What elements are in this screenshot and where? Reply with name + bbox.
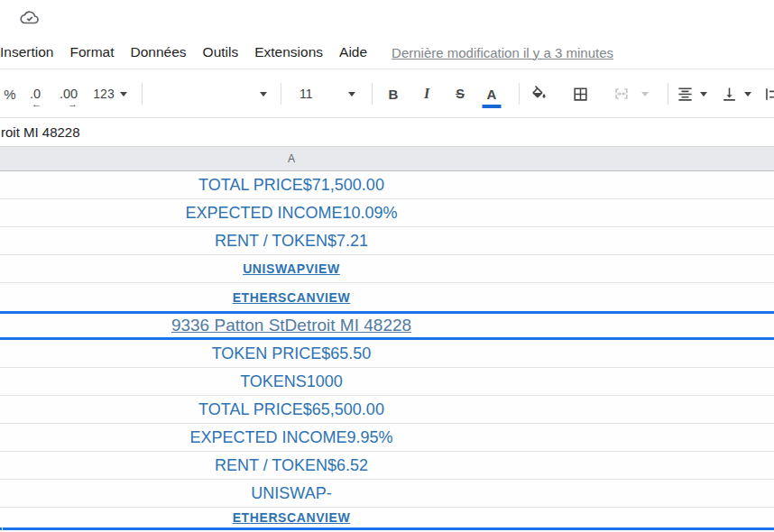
percent-icon: % <box>4 87 15 102</box>
menu-extensions[interactable]: Extensions <box>246 41 331 64</box>
cell-text: TOTAL PRICE$71,500.00 <box>198 176 384 195</box>
cell-text: RENT / TOKEN$6.52 <box>215 456 368 475</box>
table-row[interactable]: TOKEN PRICE$65.50 <box>0 340 774 368</box>
cell-text: TOTAL PRICE$65,500.00 <box>198 400 384 419</box>
selected-cell-text[interactable]: 9336 Patton StDetroit MI 48228 <box>171 316 411 335</box>
increase-decimal-button[interactable]: .00 → <box>52 70 85 117</box>
more-formats-123-icon: 123 <box>93 87 114 101</box>
toolbar-separator <box>519 83 520 105</box>
menu-insertion[interactable]: Insertion <box>0 41 61 64</box>
selected-cell-row[interactable]: 9336 Patton StDetroit MI 48228 <box>0 311 774 340</box>
table-row[interactable]: TOTAL PRICE$71,500.00 <box>0 171 774 199</box>
text-color-button[interactable]: A <box>478 70 505 117</box>
cell-text: TOKEN PRICE$65.50 <box>212 344 372 363</box>
cell-text: EXPECTED INCOME9.95% <box>189 428 392 447</box>
menu-donnees[interactable]: Données <box>123 41 195 64</box>
decrease-decimal-icon: .0 ← <box>30 87 41 101</box>
increase-decimal-icon: .00 → <box>60 87 78 101</box>
document-topbar <box>0 0 774 36</box>
cell-text: EXPECTED INCOME10.09% <box>185 204 397 223</box>
bold-button[interactable]: B <box>381 70 406 117</box>
cell-link-text[interactable]: ETHERSCANVIEW <box>233 290 351 305</box>
bold-icon: B <box>389 87 399 102</box>
formula-bar-value[interactable]: roit MI 48228 <box>0 124 80 140</box>
spreadsheet-grid: TOTAL PRICE$71,500.00 EXPECTED INCOME10.… <box>0 171 774 532</box>
table-row[interactable]: TOKENS1000 <box>0 368 774 396</box>
table-row[interactable]: EXPECTED INCOME9.95% <box>0 424 774 452</box>
vertical-align-button[interactable] <box>717 70 741 117</box>
cell-link-text[interactable]: ETHERSCANVIEW <box>233 510 351 525</box>
vertical-align-bottom-icon <box>721 86 738 103</box>
menu-format[interactable]: Format <box>61 41 122 64</box>
font-size-value: 11 <box>294 87 313 101</box>
cell-text: RENT / TOKEN$7.21 <box>215 232 368 251</box>
strikethrough-button[interactable]: S <box>447 70 473 117</box>
borders-grid-icon <box>572 86 589 103</box>
horizontal-align-button[interactable] <box>673 70 696 117</box>
strikethrough-icon: S <box>456 87 465 101</box>
text-color-indicator <box>483 105 502 108</box>
menu-aide[interactable]: Aide <box>331 41 375 64</box>
table-row[interactable]: EXPECTED INCOME10.09% <box>0 199 774 227</box>
chevron-down-icon <box>120 92 127 96</box>
cell-link-text[interactable]: UNISWAPVIEW <box>243 261 340 276</box>
toolbar-separator <box>281 83 281 105</box>
toolbar-separator <box>668 83 668 105</box>
toolbar-separator <box>142 83 143 105</box>
borders-button[interactable] <box>567 70 593 117</box>
toolbar: % .0 ← .00 → 123 11 B I S A <box>0 70 774 118</box>
chevron-down-icon <box>700 92 707 96</box>
more-formats-button[interactable]: 123 <box>87 70 134 117</box>
table-row[interactable]: ETHERSCANVIEW <box>0 508 774 527</box>
decrease-decimal-button[interactable]: .0 ← <box>22 70 49 117</box>
cell-text: TOKENS1000 <box>240 372 343 391</box>
vertical-align-dropdown[interactable] <box>741 70 755 117</box>
table-row[interactable]: UNISWAP- <box>0 480 774 508</box>
merge-cells-icon <box>613 85 631 103</box>
formula-bar[interactable]: roit MI 48228 <box>0 118 774 147</box>
percent-format-button[interactable]: % <box>0 70 20 117</box>
chevron-down-icon <box>641 92 649 96</box>
column-header-row: A <box>0 147 774 171</box>
align-center-icon <box>677 86 694 103</box>
menu-outils[interactable]: Outils <box>195 41 247 64</box>
table-row[interactable]: ETHERSCANVIEW <box>0 283 774 311</box>
save-status-cloud-icon[interactable] <box>18 7 41 29</box>
font-family-dropdown[interactable] <box>148 70 269 117</box>
cell-text: UNISWAP- <box>251 484 331 503</box>
toolbar-separator <box>372 83 373 105</box>
italic-icon: I <box>424 86 429 102</box>
last-modified-link[interactable]: Dernière modification il y a 3 minutes <box>392 45 613 60</box>
fill-color-button[interactable] <box>526 70 551 117</box>
table-row[interactable]: RENT / TOKEN$6.52 <box>0 452 774 480</box>
table-row[interactable]: TOTAL PRICE$65,500.00 <box>0 396 774 424</box>
chevron-down-icon <box>260 92 267 96</box>
table-row[interactable]: UNISWAPVIEW <box>0 255 774 283</box>
chevron-down-icon <box>348 92 355 96</box>
horizontal-align-dropdown[interactable] <box>696 70 711 117</box>
italic-button[interactable]: I <box>414 70 439 117</box>
text-color-icon: A <box>487 87 497 102</box>
merge-cells-dropdown[interactable] <box>637 70 653 117</box>
chevron-down-icon <box>744 92 751 96</box>
text-wrap-icon <box>763 86 774 103</box>
column-header-a[interactable]: A <box>288 152 295 165</box>
text-wrap-button[interactable] <box>762 70 774 117</box>
table-row[interactable]: RENT / TOKEN$7.21 <box>0 227 774 255</box>
merge-cells-button[interactable] <box>609 70 634 117</box>
font-size-dropdown[interactable]: 11 <box>287 70 363 117</box>
menu-bar: Insertion Format Données Outils Extensio… <box>0 36 774 69</box>
paint-bucket-icon <box>530 86 548 103</box>
